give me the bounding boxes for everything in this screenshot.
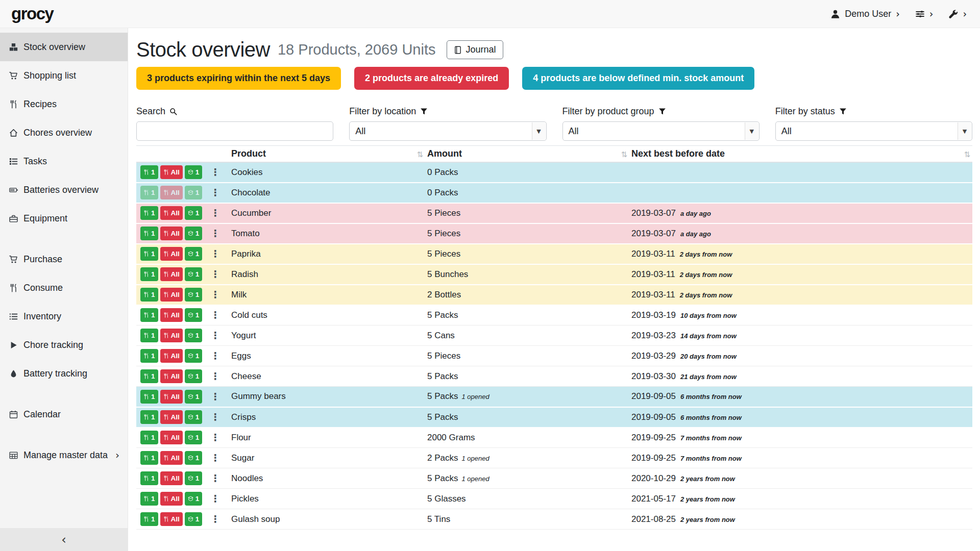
row-menu-button[interactable]: ⋮ <box>208 392 223 402</box>
open-one-button[interactable]: 1 <box>185 410 203 424</box>
consume-one-button[interactable]: 1 <box>140 186 158 199</box>
row-menu-button[interactable]: ⋮ <box>208 290 223 299</box>
row-menu-button[interactable]: ⋮ <box>208 188 223 197</box>
row-menu-button[interactable]: ⋮ <box>208 167 223 177</box>
consume-all-button[interactable]: All <box>160 492 183 506</box>
row-menu-button[interactable]: ⋮ <box>208 208 223 218</box>
consume-all-button[interactable]: All <box>160 329 183 342</box>
product-group-filter-select[interactable]: All ▼ <box>562 121 760 141</box>
consume-one-button[interactable]: 1 <box>140 369 158 383</box>
consume-one-button[interactable]: 1 <box>140 492 158 506</box>
open-one-button[interactable]: 1 <box>185 227 203 240</box>
consume-all-button[interactable]: All <box>160 451 183 465</box>
open-one-button[interactable]: 1 <box>185 247 203 261</box>
row-menu-button[interactable]: ⋮ <box>208 453 223 463</box>
row-menu-button[interactable]: ⋮ <box>208 351 223 361</box>
amount-column-header[interactable]: Amount ⇅ <box>425 146 629 162</box>
consume-all-button[interactable]: All <box>160 247 183 261</box>
sidebar-item-inventory[interactable]: Inventory <box>0 302 128 331</box>
row-menu-button[interactable]: ⋮ <box>208 249 223 259</box>
settings-menu[interactable]: › <box>915 9 934 19</box>
consume-all-button[interactable]: All <box>160 288 183 302</box>
open-one-button[interactable]: 1 <box>185 165 203 179</box>
row-menu-button[interactable]: ⋮ <box>208 229 223 238</box>
status-pill-info[interactable]: 4 products are below defined min. stock … <box>522 67 754 90</box>
user-menu[interactable]: Demo User › <box>830 9 900 19</box>
consume-one-button[interactable]: 1 <box>140 390 158 404</box>
open-one-button[interactable]: 1 <box>185 390 203 404</box>
location-filter-select[interactable]: All ▼ <box>349 121 546 141</box>
consume-one-button[interactable]: 1 <box>140 512 158 526</box>
consume-one-button[interactable]: 1 <box>140 471 158 485</box>
row-menu-button[interactable]: ⋮ <box>208 331 223 340</box>
sidebar-item-purchase[interactable]: Purchase <box>0 245 128 273</box>
consume-all-button[interactable]: All <box>160 369 183 383</box>
consume-all-button[interactable]: All <box>160 206 183 220</box>
open-one-button[interactable]: 1 <box>185 206 203 220</box>
app-logo[interactable]: grocy <box>11 4 53 23</box>
consume-all-button[interactable]: All <box>160 186 183 199</box>
open-one-button[interactable]: 1 <box>185 369 203 383</box>
product-column-header[interactable]: Product ⇅ <box>229 146 425 162</box>
open-one-button[interactable]: 1 <box>185 492 203 506</box>
sidebar-item-shopping-list[interactable]: Shopping list <box>0 61 128 90</box>
status-pill-danger[interactable]: 2 products are already expired <box>354 67 509 90</box>
open-one-button[interactable]: 1 <box>185 186 203 199</box>
consume-all-button[interactable]: All <box>160 410 183 424</box>
consume-all-button[interactable]: All <box>160 471 183 485</box>
consume-one-button[interactable]: 1 <box>140 247 158 261</box>
open-one-button[interactable]: 1 <box>185 308 203 322</box>
sidebar-item-equipment[interactable]: Equipment <box>0 204 128 233</box>
consume-all-button[interactable]: All <box>160 349 183 363</box>
row-menu-button[interactable]: ⋮ <box>208 433 223 442</box>
consume-all-button[interactable]: All <box>160 431 183 444</box>
open-one-button[interactable]: 1 <box>185 329 203 342</box>
sidebar-item-manage-master-data[interactable]: Manage master data › <box>0 441 128 469</box>
open-one-button[interactable]: 1 <box>185 288 203 302</box>
sidebar-item-tasks[interactable]: Tasks <box>0 147 128 176</box>
open-one-button[interactable]: 1 <box>185 267 203 281</box>
sidebar-item-recipes[interactable]: Recipes <box>0 90 128 118</box>
sidebar-item-consume[interactable]: Consume <box>0 273 128 302</box>
row-menu-button[interactable]: ⋮ <box>208 310 223 320</box>
sidebar-item-chores-overview[interactable]: Chores overview <box>0 118 128 147</box>
sidebar-item-stock-overview[interactable]: Stock overview <box>0 33 128 61</box>
consume-all-button[interactable]: All <box>160 267 183 281</box>
consume-one-button[interactable]: 1 <box>140 329 158 342</box>
consume-one-button[interactable]: 1 <box>140 451 158 465</box>
consume-one-button[interactable]: 1 <box>140 206 158 220</box>
status-filter-select[interactable]: All ▼ <box>775 121 972 141</box>
sidebar-item-battery-tracking[interactable]: Battery tracking <box>0 359 128 388</box>
row-menu-button[interactable]: ⋮ <box>208 514 223 524</box>
row-menu-button[interactable]: ⋮ <box>208 371 223 381</box>
consume-all-button[interactable]: All <box>160 308 183 322</box>
consume-one-button[interactable]: 1 <box>140 308 158 322</box>
open-one-button[interactable]: 1 <box>185 471 203 485</box>
row-menu-button[interactable]: ⋮ <box>208 412 223 422</box>
consume-one-button[interactable]: 1 <box>140 431 158 444</box>
open-one-button[interactable]: 1 <box>185 349 203 363</box>
status-pill-warning[interactable]: 3 products expiring within the next 5 da… <box>136 67 341 90</box>
consume-one-button[interactable]: 1 <box>140 267 158 281</box>
open-one-button[interactable]: 1 <box>185 431 203 444</box>
open-one-button[interactable]: 1 <box>185 451 203 465</box>
consume-one-button[interactable]: 1 <box>140 349 158 363</box>
row-menu-button[interactable]: ⋮ <box>208 473 223 483</box>
sidebar-collapse-button[interactable]: ‹ <box>0 528 128 551</box>
consume-all-button[interactable]: All <box>160 227 183 240</box>
journal-button[interactable]: Journal <box>447 40 503 59</box>
consume-all-button[interactable]: All <box>160 390 183 404</box>
sidebar-item-chore-tracking[interactable]: Chore tracking <box>0 331 128 359</box>
consume-one-button[interactable]: 1 <box>140 165 158 179</box>
sidebar-item-calendar[interactable]: Calendar <box>0 400 128 429</box>
admin-menu[interactable]: › <box>948 9 967 19</box>
bbd-column-header[interactable]: Next best before date ⇅ <box>629 146 972 162</box>
search-input[interactable] <box>136 121 333 141</box>
consume-one-button[interactable]: 1 <box>140 288 158 302</box>
consume-one-button[interactable]: 1 <box>140 410 158 424</box>
consume-all-button[interactable]: All <box>160 165 183 179</box>
open-one-button[interactable]: 1 <box>185 512 203 526</box>
consume-all-button[interactable]: All <box>160 512 183 526</box>
row-menu-button[interactable]: ⋮ <box>208 494 223 504</box>
sidebar-item-batteries-overview[interactable]: Batteries overview <box>0 176 128 204</box>
